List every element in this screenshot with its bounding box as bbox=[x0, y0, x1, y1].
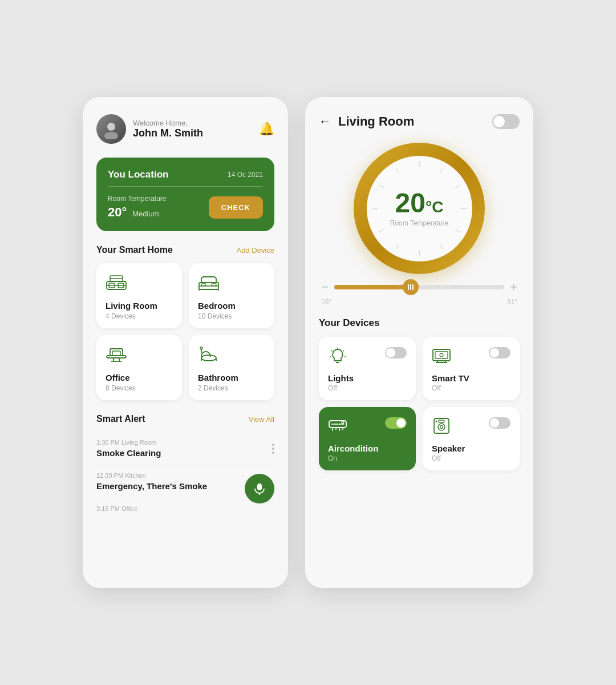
office-icon bbox=[106, 345, 173, 366]
temp-decrease-button[interactable]: − bbox=[321, 280, 329, 295]
ac-name: Aircondition bbox=[328, 444, 407, 453]
temp-label: Room Temperature bbox=[108, 195, 167, 203]
user-name: John M. Smith bbox=[133, 127, 259, 139]
slider-track bbox=[334, 285, 504, 289]
smart-alert-header: Smart Alert View All bbox=[96, 414, 274, 424]
svg-line-25 bbox=[396, 168, 399, 173]
office-devices: 8 Devices bbox=[106, 384, 173, 392]
speaker-top bbox=[432, 417, 510, 437]
svg-point-30 bbox=[342, 421, 344, 424]
svg-point-35 bbox=[436, 421, 437, 422]
header: Welcome Home, John M. Smith 🔔 bbox=[96, 114, 274, 144]
svg-point-33 bbox=[440, 426, 443, 429]
temp-slider[interactable] bbox=[334, 282, 504, 292]
device-speaker[interactable]: Speaker Off bbox=[423, 407, 520, 470]
slider-thumb[interactable] bbox=[403, 279, 419, 295]
alert-1-meta: 1:30 PM Living Room bbox=[96, 439, 274, 446]
temp-min: 16° bbox=[321, 298, 331, 306]
alert-item-3: 3:15 PM Office bbox=[96, 498, 274, 519]
svg-rect-8 bbox=[212, 284, 216, 286]
room-living-room[interactable]: Living Room 4 Devices bbox=[96, 263, 182, 328]
room-office[interactable]: Office 8 Devices bbox=[96, 335, 182, 400]
svg-point-1 bbox=[104, 132, 118, 139]
lights-name: Lights bbox=[328, 373, 407, 383]
speaker-toggle[interactable] bbox=[489, 417, 510, 429]
avatar bbox=[96, 114, 126, 144]
svg-line-24 bbox=[379, 185, 384, 188]
room-bedroom[interactable]: Bedroom 10 Devices bbox=[189, 263, 274, 328]
alert-2-meta: 12:30 PM Kitchen bbox=[96, 472, 240, 479]
svg-line-16 bbox=[455, 185, 460, 188]
room-header: ← Living Room bbox=[319, 114, 520, 129]
smart-alert-title: Smart Alert bbox=[96, 414, 145, 424]
welcome-label: Welcome Home, bbox=[133, 119, 259, 127]
svg-line-15 bbox=[440, 168, 443, 173]
tick-marks-svg bbox=[367, 156, 472, 261]
alert-item-1: 1:30 PM Living Room Smoke Clearing bbox=[96, 432, 274, 465]
header-text: Welcome Home, John M. Smith bbox=[133, 119, 259, 139]
svg-rect-7 bbox=[201, 284, 206, 286]
left-phone: Welcome Home, John M. Smith 🔔 You Locati… bbox=[83, 97, 288, 588]
room-bathroom[interactable]: Bathroom 2 Devices bbox=[189, 335, 274, 400]
bathroom-icon bbox=[198, 345, 265, 366]
thermostat: 20 °C Room Temperature bbox=[319, 143, 520, 274]
ac-icon bbox=[328, 417, 347, 437]
tv-status: Off bbox=[432, 384, 510, 392]
tv-top bbox=[432, 347, 510, 366]
thermostat-outer-ring: 20 °C Room Temperature bbox=[354, 143, 485, 274]
check-button[interactable]: ChECK bbox=[209, 196, 263, 219]
smart-home-header: Your Smart Home Add Device bbox=[96, 245, 274, 255]
thumb-lines bbox=[408, 284, 414, 290]
svg-rect-10 bbox=[112, 351, 120, 356]
ac-top bbox=[328, 417, 407, 437]
location-card: You Location 14 Oc 2021 Room Temperature… bbox=[96, 158, 274, 231]
bathroom-name: Bathroom bbox=[198, 373, 265, 382]
svg-point-11 bbox=[201, 355, 216, 361]
room-toggle[interactable] bbox=[492, 114, 520, 129]
alert-item-2: 12:30 PM Kitchen Emergency, There's Smok… bbox=[96, 465, 274, 498]
alert-1-menu[interactable] bbox=[272, 444, 274, 454]
back-button[interactable]: ← bbox=[319, 114, 331, 129]
location-date: 14 Oc 2021 bbox=[228, 171, 263, 179]
device-lights[interactable]: Lights Off bbox=[319, 337, 416, 400]
rooms-grid: Living Room 4 Devices Bedroom 10 Devi bbox=[96, 263, 274, 400]
slider-labels: 16° 31° bbox=[319, 298, 520, 306]
bell-icon[interactable]: 🔔 bbox=[259, 122, 274, 136]
devices-title: Your Devices bbox=[319, 317, 520, 329]
temp-increase-button[interactable]: + bbox=[510, 280, 517, 295]
speaker-name: Speaker bbox=[432, 444, 510, 453]
view-all-link[interactable]: View All bbox=[249, 415, 274, 424]
tv-icon bbox=[432, 347, 451, 366]
devices-grid: Lights Off bbox=[319, 337, 520, 470]
add-device-link[interactable]: Add Device bbox=[237, 246, 274, 255]
slider-fill bbox=[334, 285, 411, 289]
bathroom-devices: 2 Devices bbox=[198, 384, 265, 392]
speaker-status: Off bbox=[432, 454, 510, 462]
location-title: You Location bbox=[108, 169, 168, 180]
temp-desc: Medium bbox=[132, 209, 159, 218]
alert-3-meta: 3:15 PM Office bbox=[96, 505, 274, 512]
bedroom-devices: 10 Devices bbox=[198, 312, 265, 320]
svg-rect-13 bbox=[257, 483, 262, 490]
temp-value: 20° bbox=[108, 205, 127, 220]
svg-rect-34 bbox=[439, 420, 444, 422]
alert-1-message: Smoke Clearing bbox=[96, 448, 274, 458]
living-room-name: Living Room bbox=[106, 301, 173, 311]
ac-status: On bbox=[328, 454, 407, 462]
svg-point-0 bbox=[107, 123, 115, 131]
tv-toggle[interactable] bbox=[489, 347, 510, 358]
lights-status: Off bbox=[328, 384, 407, 392]
device-smart-tv[interactable]: Smart TV Off bbox=[423, 337, 520, 400]
living-room-devices: 4 Devices bbox=[106, 312, 173, 320]
svg-line-19 bbox=[440, 244, 443, 249]
lights-toggle[interactable] bbox=[385, 347, 407, 358]
ac-toggle[interactable] bbox=[385, 417, 407, 429]
svg-line-21 bbox=[396, 244, 399, 249]
device-ac[interactable]: Aircondition On bbox=[319, 407, 416, 470]
svg-line-22 bbox=[379, 229, 384, 232]
svg-rect-5 bbox=[110, 276, 123, 279]
svg-point-32 bbox=[438, 424, 445, 430]
mic-button[interactable] bbox=[245, 474, 274, 503]
room-title: Living Room bbox=[338, 114, 492, 129]
tv-name: Smart TV bbox=[432, 373, 510, 383]
